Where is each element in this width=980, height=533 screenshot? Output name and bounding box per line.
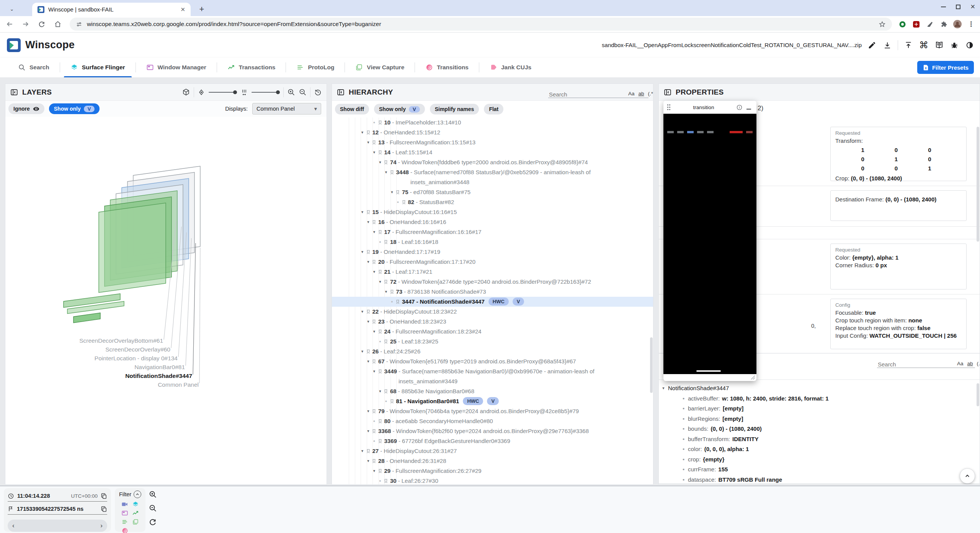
browser-menu-icon[interactable]: ⋮ [966, 19, 976, 29]
hierarchy-row[interactable]: ▼74 - WindowToken{fdddbe6 type=2000 andr… [332, 157, 653, 167]
property-row[interactable]: •activeBuffer:w: 1080, h: 2400, stride: … [659, 394, 980, 404]
pin-icon[interactable] [390, 396, 396, 404]
property-row[interactable]: •color:(0, 0, 0), alpha: 1 [659, 444, 980, 455]
pin-icon[interactable] [372, 137, 378, 145]
show-diff-chip[interactable]: Show diff [335, 104, 369, 114]
pin-icon[interactable] [366, 128, 372, 135]
hierarchy-row[interactable]: ▼27 - HideDisplayCutout:26:31#27 [332, 446, 653, 456]
site-settings-icon[interactable] [76, 21, 82, 28]
hierarchy-row[interactable]: ▼13 - FullscreenMagnification:15:15#13 [332, 137, 653, 147]
pin-icon[interactable] [372, 257, 378, 264]
filter-viewcapture-icon[interactable] [132, 518, 139, 525]
ns-time-field[interactable]: 1715339054227572545 ns [8, 504, 107, 515]
back-icon[interactable] [3, 18, 16, 31]
puzzle-extensions-icon[interactable] [939, 19, 949, 29]
show-only-v-chip[interactable]: Show onlyV [374, 104, 425, 114]
hierarchy-row[interactable]: ▼29 - FullscreenMagnification:26:27#29 [332, 466, 653, 476]
filter-transitions-icon[interactable] [121, 527, 128, 533]
scroll-to-top-button[interactable] [960, 468, 975, 484]
3d-view-icon[interactable] [182, 88, 190, 96]
pin-icon[interactable] [372, 356, 378, 364]
filter-layers-icon[interactable] [132, 501, 139, 508]
pin-icon[interactable] [378, 436, 384, 443]
hierarchy-row[interactable]: ▼67 - WindowToken{e5176f9 type=2019 andr… [332, 356, 653, 366]
hierarchy-row[interactable]: ▼21 - Leaf:17:17#21 [332, 267, 653, 277]
maximize-icon[interactable] [956, 5, 960, 9]
collapse-panel-icon[interactable] [10, 88, 18, 96]
copy-icon[interactable] [101, 493, 107, 499]
scene-label[interactable]: ScreenDecorOverlayBottom#61 [79, 337, 163, 344]
browser-tab[interactable]: Winscope | sandbox-FAIL ✕ [32, 3, 191, 16]
displays-dropdown[interactable]: Common Panel▾ [252, 103, 321, 114]
copy-icon[interactable] [101, 506, 107, 512]
hierarchy-row[interactable]: ▼3448 - Surface(name=ed70f88 StatusBar)/… [332, 167, 653, 187]
regex-icon[interactable]: (.*) [977, 361, 980, 366]
timeline-reset-icon[interactable] [149, 518, 157, 526]
collapse-filter-icon[interactable] [134, 490, 141, 498]
pin-icon[interactable] [372, 217, 378, 224]
hierarchy-row[interactable]: ▼17 - FullscreenMagnification:16:16#17 [332, 227, 653, 237]
pin-icon[interactable] [384, 337, 390, 344]
hierarchy-row[interactable]: ▼79 - WindowToken{7046b4a type=2024 andr… [332, 406, 653, 416]
filter-protolog-icon[interactable] [121, 518, 128, 525]
property-row[interactable]: •barrierLayer:[empty] [659, 404, 980, 414]
hierarchy-row[interactable]: ▼68 - 885b63e NavigationBar0#68 [332, 386, 653, 396]
minimize-overlay-icon[interactable] [746, 109, 751, 110]
reload-icon[interactable] [35, 18, 48, 31]
property-row[interactable]: •crop:{empty} [659, 455, 980, 465]
pin-icon[interactable] [384, 386, 390, 394]
flat-chip[interactable]: Flat [484, 104, 503, 114]
transition-overlay-window[interactable]: transition [663, 101, 756, 381]
tab-window-manager[interactable]: Window Manager [136, 57, 217, 77]
next-frame-icon[interactable]: › [100, 522, 103, 530]
pin-icon[interactable] [395, 297, 402, 304]
hierarchy-row[interactable]: ▼73 - 8736138 NotificationShade#73 [332, 287, 653, 297]
filter-window-icon[interactable] [121, 510, 128, 517]
hierarchy-row[interactable]: •80 - ace6abb SecondaryHomeHandle0#80 [332, 416, 653, 426]
filter-transactions-icon[interactable] [132, 510, 139, 517]
scene-label[interactable]: ScreenDecorOverlay#60 [105, 346, 170, 353]
hierarchy-row[interactable]: •81 - NavigationBar0#81HWCV [332, 396, 653, 406]
zoom-in-icon[interactable] [287, 88, 295, 96]
timeline-zoom-in-icon[interactable] [149, 490, 157, 499]
hierarchy-row[interactable]: ▼75 - ed70f88 StatusBar#75 [332, 187, 653, 197]
info-icon[interactable] [736, 104, 743, 111]
hierarchy-row[interactable]: ▼26 - Leaf:24:25#26 [332, 347, 653, 356]
minimize-icon[interactable] [941, 7, 946, 7]
home-icon[interactable] [51, 18, 64, 31]
resize-handle-icon[interactable] [751, 375, 755, 380]
hierarchy-tree[interactable]: •10 - ImePlaceholder:13:14#10▼12 - OneHa… [332, 118, 653, 484]
filter-videocam-icon[interactable] [121, 501, 128, 508]
scene-label[interactable]: NavigationBar0#81 [134, 364, 185, 371]
pin-icon[interactable] [366, 307, 372, 314]
tab-search-button[interactable]: ⌄ [6, 4, 18, 14]
hierarchy-row[interactable]: ▼22 - HideDisplayCutout:18:23#22 [332, 307, 653, 317]
simplify-names-chip[interactable]: Simplify names [430, 104, 479, 114]
pin-icon[interactable] [378, 147, 384, 155]
hierarchy-row[interactable]: ▼20 - FullscreenMagnification:17:17#20 [332, 257, 653, 267]
scrollbar-thumb[interactable] [650, 337, 653, 393]
pin-icon[interactable] [390, 287, 396, 294]
hierarchy-row[interactable]: ▼14 - Leaf:15:15#14 [332, 147, 653, 157]
property-row[interactable]: •dataspace:BT709 sRGB Full range [659, 475, 980, 483]
tab-search[interactable]: Search [8, 57, 60, 77]
extension-icon-green[interactable] [897, 19, 907, 29]
hierarchy-search[interactable]: Aaab(.*) [548, 87, 648, 98]
extension-icon-gray[interactable] [925, 19, 935, 29]
timeline-zoom-out-icon[interactable] [149, 504, 157, 512]
pin-icon[interactable] [366, 247, 372, 254]
ignore-chip[interactable]: Ignore [8, 103, 44, 114]
pin-icon[interactable] [378, 366, 384, 374]
download-icon[interactable] [882, 40, 892, 50]
show-only-v-chip[interactable]: Show onlyV [49, 103, 100, 114]
property-row[interactable]: •bufferTransform:IDENTITY [659, 434, 980, 445]
theme-toggle-icon[interactable] [965, 40, 975, 50]
property-row[interactable]: •currFrame:155 [659, 464, 980, 475]
hierarchy-row[interactable]: •30 - Leaf:26:27#30 [332, 476, 653, 484]
pin-icon[interactable] [372, 456, 378, 463]
hierarchy-row[interactable]: ▼72 - WindowToken{a2746de type=2040 andr… [332, 277, 653, 287]
hierarchy-row[interactable]: ▼24 - FullscreenMagnification:18:23#24 [332, 327, 653, 337]
hierarchy-row[interactable]: ▼19 - OneHanded:17:17#19 [332, 247, 653, 257]
scene-label-selected[interactable]: NotificationShade#3447 [125, 373, 192, 379]
upload-icon[interactable] [903, 40, 913, 50]
